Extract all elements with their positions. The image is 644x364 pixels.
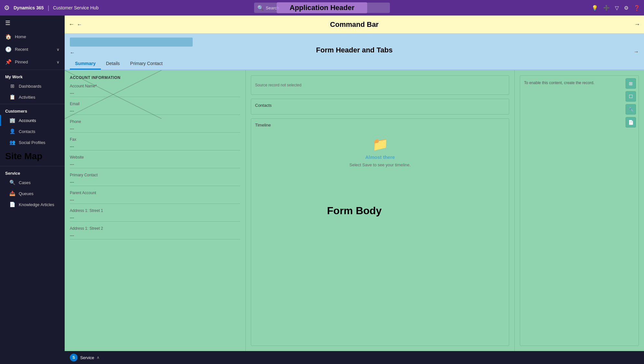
right-icon-grid[interactable]: ⊞: [626, 78, 636, 89]
knowledge-articles-icon: 📄: [9, 202, 16, 207]
sidebar-toggle[interactable]: ☰: [0, 16, 65, 30]
dashboards-label: Dashboards: [19, 84, 41, 89]
form-right-column: To enable this content, create the recor…: [515, 70, 644, 351]
timeline-panel-title: Timeline: [255, 123, 505, 127]
divider-1: [0, 70, 65, 70]
search-bar[interactable]: 🔍 Search: [254, 3, 390, 13]
recent-label: Recent: [15, 47, 53, 52]
accounts-icon: 🏢: [9, 117, 16, 123]
phone-value[interactable]: ---: [70, 125, 240, 133]
sidebar-item-home[interactable]: 🏠 Home: [0, 30, 65, 43]
form-title-bar: [70, 38, 193, 47]
pinned-icon: 📌: [5, 59, 12, 65]
cases-label: Cases: [19, 180, 31, 185]
timeline-panel: Timeline 📁 Almost there Select Save to s…: [251, 118, 509, 346]
add-icon[interactable]: ➕: [603, 5, 610, 11]
parent-account-value[interactable]: ---: [70, 196, 240, 204]
settings-icon[interactable]: ⚙: [624, 5, 628, 11]
source-panel: Source record not selected: [251, 75, 509, 95]
activities-icon: 📋: [9, 94, 16, 100]
sidebar-item-recent[interactable]: 🕐 Recent ∨: [0, 43, 65, 56]
phone-label: Phone: [70, 119, 240, 124]
contacts-icon: 👤: [9, 128, 16, 134]
app-title: Dynamics 365: [14, 5, 44, 10]
form-header: ← Form Header and Tabs → Summary Details…: [65, 34, 644, 70]
account-name-label: Account Name*: [70, 84, 240, 88]
tab-details[interactable]: Details: [101, 58, 125, 70]
bottom-app-name[interactable]: Service: [80, 355, 94, 360]
bottom-bar: S Service ∧: [65, 351, 644, 364]
queues-icon: 📥: [9, 191, 16, 196]
content-area: ← ← Command Bar → ← Form Header and Tabs…: [65, 16, 644, 364]
form-tabs: Summary Details Primary Contact: [70, 58, 639, 70]
timeline-content: 📁 Almost there Select Save to see your t…: [255, 130, 505, 174]
account-name-value[interactable]: ---: [70, 89, 240, 97]
fax-value[interactable]: ---: [70, 143, 240, 150]
sidebar-item-queues[interactable]: 📥 Queues: [0, 188, 65, 199]
social-profiles-label: Social Profiles: [19, 140, 45, 145]
sidebar-item-pinned[interactable]: 📌 Pinned ∨: [0, 56, 65, 68]
right-panel-text: To enable this content, create the recor…: [524, 81, 594, 85]
activities-label: Activities: [19, 95, 35, 100]
filter-icon[interactable]: ▽: [615, 5, 619, 11]
field-parent-account: Parent Account ---: [70, 191, 240, 204]
form-middle-column: Source record not selected Contacts Time…: [246, 70, 515, 351]
sidebar-item-knowledge-articles[interactable]: 📄 Knowledge Articles: [0, 199, 65, 210]
contacts-panel-title: Contacts: [255, 103, 505, 108]
home-icon: 🏠: [5, 34, 12, 40]
bottom-chevron: ∧: [97, 355, 100, 360]
pinned-chevron: ∨: [57, 60, 59, 64]
right-arrow-icon: →: [634, 21, 640, 28]
website-label: Website: [70, 155, 240, 160]
service-header: Service: [0, 168, 65, 177]
sidebar-item-contacts[interactable]: 👤 Contacts: [0, 126, 65, 137]
address1-street1-value[interactable]: ---: [70, 214, 240, 222]
cases-icon: 🔍: [9, 180, 16, 185]
command-bar: ← ← Command Bar →: [65, 16, 644, 34]
account-info-title: ACCOUNT INFORMATION: [70, 75, 240, 80]
lightbulb-icon[interactable]: 💡: [592, 5, 598, 11]
tab-summary[interactable]: Summary: [70, 58, 101, 70]
sidebar: ☰ 🏠 Home 🕐 Recent ∨ 📌 Pinned ∨ My Work ⊞…: [0, 16, 65, 364]
timeline-icon: 📁: [372, 137, 388, 152]
main-layout: ☰ 🏠 Home 🕐 Recent ∨ 📌 Pinned ∨ My Work ⊞…: [0, 16, 644, 364]
tab-primary-contact[interactable]: Primary Contact: [125, 58, 168, 70]
address1-street2-value: ---: [70, 232, 240, 239]
website-value[interactable]: ---: [70, 160, 240, 168]
bottom-app-letter: S: [72, 355, 75, 360]
right-icon-square[interactable]: ☐: [626, 91, 636, 102]
search-icon: 🔍: [257, 5, 264, 11]
sidebar-item-accounts[interactable]: 🏢 Accounts: [0, 115, 65, 126]
sidebar-item-dashboards[interactable]: ⊞ Dashboards: [0, 81, 65, 92]
address1-street2-label: Address 1: Street 2: [70, 226, 240, 231]
email-value[interactable]: ---: [70, 107, 240, 115]
home-label: Home: [15, 34, 59, 39]
right-icon-doc[interactable]: 📄: [626, 117, 636, 127]
header-actions: 💡 ➕ ▽ ⚙ ❓: [592, 5, 640, 11]
sidebar-item-activities[interactable]: 📋 Activities: [0, 92, 65, 103]
field-website: Website ---: [70, 155, 240, 168]
back-button[interactable]: ←: [69, 21, 74, 28]
address1-street1-label: Address 1: Street 1: [70, 208, 240, 213]
field-phone: Phone ---: [70, 119, 240, 133]
help-icon[interactable]: ❓: [634, 5, 640, 11]
right-icon-wrench[interactable]: 🔧: [626, 104, 636, 115]
parent-account-label: Parent Account: [70, 191, 240, 195]
right-panel-top: To enable this content, create the recor…: [520, 75, 639, 346]
recent-icon: 🕐: [5, 46, 12, 52]
customers-header: Customers: [0, 105, 65, 115]
field-address1-street2: Address 1: Street 2 ---: [70, 226, 240, 239]
field-account-name: Account Name* ---: [70, 84, 240, 97]
app-logo[interactable]: ⚙: [4, 4, 10, 12]
source-panel-text: Source record not selected: [255, 83, 301, 87]
sidebar-item-cases[interactable]: 🔍 Cases: [0, 177, 65, 188]
sidebar-item-social-profiles[interactable]: 👥 Social Profiles: [0, 137, 65, 148]
sitemap-label: Site Map: [0, 148, 65, 165]
primary-contact-value[interactable]: ---: [70, 178, 240, 186]
divider-2: [0, 104, 65, 104]
primary-contact-label: Primary Contact: [70, 173, 240, 177]
social-profiles-icon: 👥: [9, 139, 16, 145]
form-left-arrow: ←: [70, 50, 75, 56]
field-address1-street1: Address 1: Street 1 ---: [70, 208, 240, 222]
header-divider: |: [48, 5, 49, 11]
